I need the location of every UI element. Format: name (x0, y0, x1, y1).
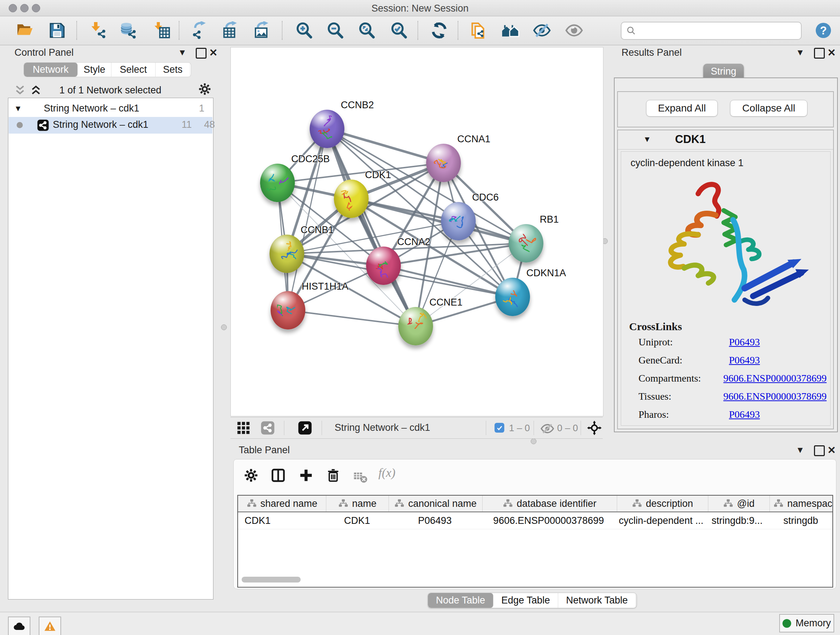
save-session-button[interactable] (47, 20, 68, 41)
table-panel-float-icon[interactable] (814, 445, 825, 456)
control-panel-close-icon[interactable]: ✕ (209, 47, 218, 59)
search-box[interactable] (621, 22, 802, 40)
control-panel-float-icon[interactable] (196, 48, 207, 59)
node-table-rows: CDK1CDK1P064939606.ENSP00000378699cyclin… (238, 512, 832, 529)
delete-column-trash-icon[interactable] (326, 468, 340, 484)
network-node-ccnb1[interactable] (270, 234, 304, 273)
tab-node-table[interactable]: Node Table (428, 593, 493, 608)
zoom-out-button[interactable] (325, 20, 346, 41)
copy-current-style-button[interactable] (468, 20, 489, 41)
expand-all-tree-icon[interactable] (30, 84, 43, 95)
column-header-namespac[interactable]: namespac (770, 496, 833, 511)
collection-expand-icon[interactable]: ▼ (14, 104, 22, 113)
table-panel-menu-icon[interactable]: ▼ (796, 445, 805, 455)
help-button[interactable]: ? (815, 22, 832, 39)
network-node-cdkn1a[interactable] (495, 278, 530, 316)
network-collection-row[interactable]: ▼ String Network – cdk1 1 (8, 101, 212, 117)
search-input[interactable] (639, 25, 801, 37)
network-edge[interactable] (288, 310, 416, 326)
crosslink-row: Pharos:P06493 (638, 409, 827, 420)
select-first-neighbors-button[interactable] (500, 20, 521, 41)
network-view-title: String Network – cdk1 (335, 422, 430, 433)
open-in-new-icon[interactable] (298, 421, 312, 437)
import-network-database-button[interactable] (118, 20, 139, 41)
refresh-view-button[interactable] (429, 20, 450, 41)
expand-all-button[interactable]: Expand All (646, 100, 718, 117)
zoom-selected-button[interactable] (388, 20, 409, 41)
zoom-fit-content-button[interactable] (356, 20, 377, 41)
crosslink-link[interactable]: P06493 (729, 355, 760, 366)
bottom-splitter-handle[interactable] (531, 439, 537, 444)
hide-selected-button[interactable] (531, 20, 553, 41)
show-columns-icon[interactable] (271, 468, 286, 484)
collapse-all-button[interactable]: Collapse All (730, 100, 807, 117)
import-network-file-button[interactable] (88, 20, 109, 41)
network-node-cdc6[interactable] (441, 202, 476, 241)
cloud-icon (13, 620, 25, 632)
export-image-button[interactable] (252, 20, 273, 41)
memory-button[interactable]: Memory (779, 614, 834, 632)
table-panel-close-icon[interactable]: ✕ (827, 444, 836, 456)
tab-sets[interactable]: Sets (156, 63, 190, 77)
table-row[interactable]: CDK1CDK1P064939606.ENSP00000378699cyclin… (238, 512, 832, 529)
import-table-file-button[interactable] (151, 20, 172, 41)
network-edge[interactable] (327, 129, 416, 326)
fit-selected-crosshair-icon[interactable] (587, 421, 602, 437)
open-session-button[interactable] (14, 20, 35, 41)
tab-network-table[interactable]: Network Table (558, 593, 636, 608)
column-header-canonical-name[interactable]: canonical name (389, 496, 483, 511)
cloud-button[interactable] (8, 616, 30, 635)
table-hscrollbar[interactable] (242, 577, 301, 583)
network-node-ccnb2[interactable] (309, 110, 344, 148)
network-node-ccna2[interactable] (366, 247, 401, 285)
crosslink-link[interactable]: 9606.ENSP00000378699 (723, 372, 827, 384)
network-options-gear-icon[interactable] (198, 82, 211, 96)
network-node-cdk1[interactable] (334, 180, 369, 218)
toolbar-separator (179, 21, 180, 40)
gene-card-header[interactable]: ▼ CDK1 (618, 130, 833, 149)
network-edge[interactable] (327, 129, 444, 163)
show-all-button[interactable] (564, 20, 584, 41)
results-panel-close-icon[interactable]: ✕ (827, 47, 836, 59)
crosslink-label: Compartments: (638, 372, 723, 384)
delete-table-icon (353, 470, 368, 486)
tab-select[interactable]: Select (111, 63, 156, 77)
crosslink-link[interactable]: P06493 (729, 409, 760, 420)
column-header-name[interactable]: name (326, 496, 389, 511)
network-node-rb1[interactable] (508, 224, 543, 263)
network-node-ccne1[interactable] (398, 307, 433, 345)
tab-edge-table[interactable]: Edge Table (493, 593, 558, 608)
export-network-button[interactable] (189, 20, 210, 41)
column-header-shared-name[interactable]: shared name (238, 496, 326, 511)
network-node-cdc25b[interactable] (260, 164, 295, 202)
selected-nodes-checkbox[interactable] (494, 423, 504, 432)
column-header-description[interactable]: description (617, 496, 708, 511)
crosslink-link[interactable]: P06493 (729, 336, 760, 348)
network-node-hist1h1a[interactable] (271, 291, 305, 329)
birdseye-grid-icon[interactable] (236, 421, 251, 437)
column-header-database-identifier[interactable]: database identifier (483, 496, 617, 511)
column-header--id[interactable]: @id (708, 496, 770, 511)
gene-collapse-icon[interactable]: ▼ (643, 135, 651, 144)
results-tab-string[interactable]: String (703, 64, 744, 79)
collection-label: String Network – cdk1 (44, 103, 139, 114)
memory-status-dot (783, 619, 791, 628)
add-column-icon[interactable] (299, 468, 313, 484)
export-table-button[interactable] (220, 20, 241, 41)
warning-button[interactable] (39, 616, 61, 635)
network-node-ccna1[interactable] (426, 144, 461, 182)
zoom-in-button[interactable] (294, 20, 315, 41)
table-settings-gear-icon[interactable] (244, 468, 258, 484)
tab-style[interactable]: Style (78, 63, 111, 77)
control-panel-menu-icon[interactable]: ▼ (178, 48, 187, 57)
svg-text:?: ? (820, 24, 827, 36)
crosslink-link[interactable]: 9606.ENSP00000378699 (723, 391, 827, 402)
network-row-selected[interactable]: String Network – cdk1 11 48 (9, 117, 212, 134)
results-panel-float-icon[interactable] (814, 48, 825, 59)
results-panel-menu-icon[interactable]: ▼ (796, 48, 805, 57)
collapse-all-tree-icon[interactable] (14, 84, 27, 95)
string-share-icon[interactable] (261, 421, 275, 437)
tab-network[interactable]: Network (24, 63, 78, 77)
left-splitter-handle[interactable] (221, 325, 227, 330)
network-canvas[interactable]: CCNB2CCNA1CDC25BCDK1CDC6RB1CCNB1CCNA2CDK… (231, 47, 603, 416)
